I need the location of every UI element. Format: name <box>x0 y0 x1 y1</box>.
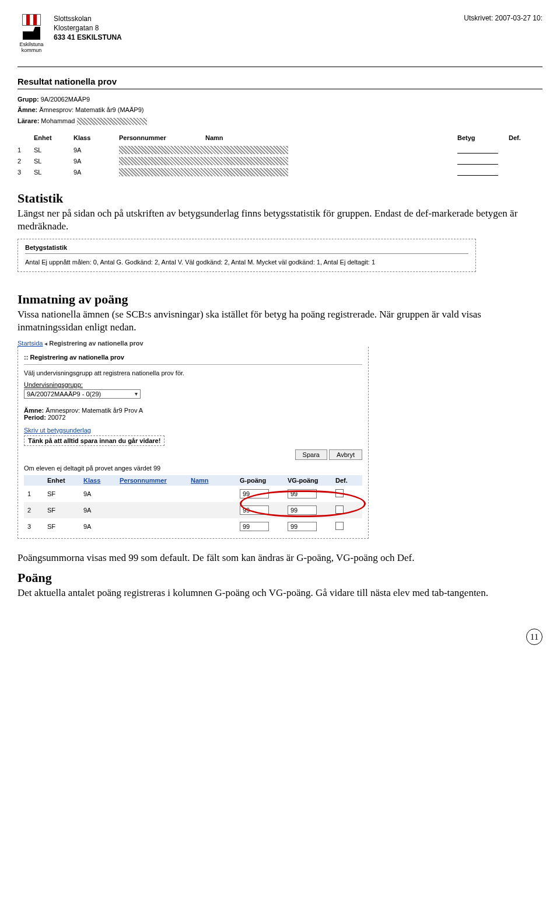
vg-points-input[interactable]: 99 <box>288 522 317 531</box>
section-body: Vissa nationella ämnen (se SCB:s anvisni… <box>18 308 542 334</box>
section-body: Poängsummorna visas med 99 som default. … <box>18 552 542 564</box>
ug-label: Undervisningsgrupp: <box>24 381 362 388</box>
g-points-input[interactable]: 99 <box>240 522 269 531</box>
save-button[interactable]: Spara <box>295 449 327 460</box>
table-row: 2 SL 9A <box>18 156 542 167</box>
table-row: 2 SF 9A 99 99 <box>24 502 362 518</box>
results-table: Enhet Klass Personnummer Namn Betyg Def.… <box>18 133 542 178</box>
section-body: Längst ner på sidan och på utskriften av… <box>18 207 542 233</box>
undervisningsgrupp-select[interactable]: 9A/20072MAAÄP9 - 0(29) <box>24 389 141 399</box>
section-body: Det aktuella antalet poäng registreras i… <box>18 587 542 599</box>
def-checkbox[interactable] <box>335 505 344 514</box>
school-postal: 633 41 ESKILSTUNA <box>54 33 122 42</box>
school-name: Slottsskolan <box>54 14 122 23</box>
sort-pn-link[interactable]: Personnummer <box>120 477 167 484</box>
sort-name-link[interactable]: Namn <box>191 477 209 484</box>
g-points-input[interactable]: 99 <box>240 489 269 498</box>
table-row: 3 SL 9A <box>18 167 542 178</box>
g-points-input[interactable]: 99 <box>240 505 269 515</box>
vg-points-input[interactable]: 99 <box>288 489 317 498</box>
panel-title: :: Registrering av nationella prov <box>24 354 362 361</box>
page-number: 11 <box>526 629 542 645</box>
section-heading-poang: Poäng <box>18 570 542 585</box>
points-table: Enhet Klass Personnummer Namn G-poäng VG… <box>24 475 362 535</box>
table-row: 1 SF 9A 99 99 <box>24 486 362 502</box>
breadcrumb: Startsida ◂ Registrering av nationella p… <box>18 340 542 347</box>
panel-instruction: Välj undervisningsgrupp att registrera n… <box>24 369 362 376</box>
print-grades-link[interactable]: Skriv ut betygsunderlag <box>24 427 91 434</box>
report-title: Resultat nationella prov <box>18 76 542 86</box>
note-99: Om eleven ej deltagit på provet anges vä… <box>24 465 362 472</box>
vg-points-input[interactable]: 99 <box>288 505 317 515</box>
municipality-logo: Eskilstuna kommun <box>18 14 46 54</box>
cancel-button[interactable]: Avbryt <box>329 449 362 460</box>
section-heading-inmatning: Inmatning av poäng <box>18 292 542 307</box>
stats-box: Betygstatistik Antal Ej uppnått målen: 0… <box>18 239 476 272</box>
report-meta: Grupp: 9A/20062MAÄP9 Ämne: Ämnesprov: Ma… <box>18 94 542 127</box>
registration-panel: :: Registrering av nationella prov Välj … <box>18 347 369 539</box>
def-checkbox[interactable] <box>335 522 344 530</box>
table-row: 3 SF 9A 99 99 <box>24 518 362 535</box>
def-checkbox[interactable] <box>335 489 344 497</box>
school-street: Klostergatan 8 <box>54 23 122 33</box>
breadcrumb-start-link[interactable]: Startsida <box>18 340 43 347</box>
save-warning: Tänk på att alltid spara innan du går vi… <box>24 435 164 446</box>
table-row: 1 SL 9A <box>18 145 542 156</box>
section-heading-statistik: Statistik <box>18 191 542 206</box>
sort-klass-link[interactable]: Klass <box>83 477 100 484</box>
